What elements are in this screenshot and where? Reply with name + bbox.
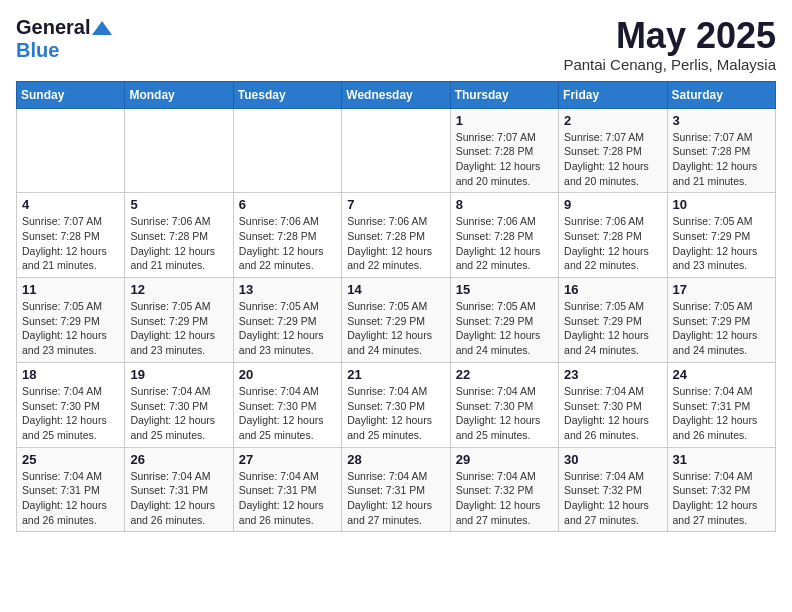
- calendar-cell: 28Sunrise: 7:04 AMSunset: 7:31 PMDayligh…: [342, 447, 450, 532]
- day-number: 16: [564, 282, 661, 297]
- day-info: Sunrise: 7:07 AMSunset: 7:28 PMDaylight:…: [564, 130, 661, 189]
- calendar-cell: 6Sunrise: 7:06 AMSunset: 7:28 PMDaylight…: [233, 193, 341, 278]
- calendar-cell: 3Sunrise: 7:07 AMSunset: 7:28 PMDaylight…: [667, 108, 775, 193]
- day-info: Sunrise: 7:06 AMSunset: 7:28 PMDaylight:…: [239, 214, 336, 273]
- day-number: 21: [347, 367, 444, 382]
- day-number: 15: [456, 282, 553, 297]
- day-number: 25: [22, 452, 119, 467]
- calendar-cell: [233, 108, 341, 193]
- day-header-sunday: Sunday: [17, 81, 125, 108]
- day-info: Sunrise: 7:04 AMSunset: 7:30 PMDaylight:…: [347, 384, 444, 443]
- day-number: 5: [130, 197, 227, 212]
- day-number: 3: [673, 113, 770, 128]
- calendar-cell: 4Sunrise: 7:07 AMSunset: 7:28 PMDaylight…: [17, 193, 125, 278]
- calendar-cell: 22Sunrise: 7:04 AMSunset: 7:30 PMDayligh…: [450, 362, 558, 447]
- day-header-tuesday: Tuesday: [233, 81, 341, 108]
- day-number: 31: [673, 452, 770, 467]
- day-number: 10: [673, 197, 770, 212]
- calendar-table: SundayMondayTuesdayWednesdayThursdayFrid…: [16, 81, 776, 533]
- week-row-1: 1Sunrise: 7:07 AMSunset: 7:28 PMDaylight…: [17, 108, 776, 193]
- month-year-title: May 2025: [563, 16, 776, 56]
- day-number: 28: [347, 452, 444, 467]
- calendar-cell: 23Sunrise: 7:04 AMSunset: 7:30 PMDayligh…: [559, 362, 667, 447]
- calendar-cell: 7Sunrise: 7:06 AMSunset: 7:28 PMDaylight…: [342, 193, 450, 278]
- day-header-thursday: Thursday: [450, 81, 558, 108]
- logo-blue: Blue: [16, 39, 59, 62]
- day-header-wednesday: Wednesday: [342, 81, 450, 108]
- day-number: 13: [239, 282, 336, 297]
- day-info: Sunrise: 7:04 AMSunset: 7:30 PMDaylight:…: [564, 384, 661, 443]
- day-number: 22: [456, 367, 553, 382]
- day-info: Sunrise: 7:04 AMSunset: 7:30 PMDaylight:…: [130, 384, 227, 443]
- day-info: Sunrise: 7:04 AMSunset: 7:31 PMDaylight:…: [22, 469, 119, 528]
- calendar-cell: 11Sunrise: 7:05 AMSunset: 7:29 PMDayligh…: [17, 278, 125, 363]
- svg-marker-0: [92, 21, 112, 35]
- day-info: Sunrise: 7:04 AMSunset: 7:32 PMDaylight:…: [456, 469, 553, 528]
- calendar-cell: 1Sunrise: 7:07 AMSunset: 7:28 PMDaylight…: [450, 108, 558, 193]
- day-number: 19: [130, 367, 227, 382]
- day-number: 14: [347, 282, 444, 297]
- calendar-cell: 17Sunrise: 7:05 AMSunset: 7:29 PMDayligh…: [667, 278, 775, 363]
- day-number: 26: [130, 452, 227, 467]
- calendar-cell: [125, 108, 233, 193]
- day-header-saturday: Saturday: [667, 81, 775, 108]
- week-row-4: 18Sunrise: 7:04 AMSunset: 7:30 PMDayligh…: [17, 362, 776, 447]
- calendar-cell: 13Sunrise: 7:05 AMSunset: 7:29 PMDayligh…: [233, 278, 341, 363]
- logo-general: General: [16, 16, 90, 39]
- day-number: 30: [564, 452, 661, 467]
- calendar-cell: 31Sunrise: 7:04 AMSunset: 7:32 PMDayligh…: [667, 447, 775, 532]
- day-info: Sunrise: 7:04 AMSunset: 7:30 PMDaylight:…: [22, 384, 119, 443]
- day-number: 23: [564, 367, 661, 382]
- day-info: Sunrise: 7:07 AMSunset: 7:28 PMDaylight:…: [22, 214, 119, 273]
- day-number: 17: [673, 282, 770, 297]
- day-info: Sunrise: 7:04 AMSunset: 7:31 PMDaylight:…: [673, 384, 770, 443]
- day-info: Sunrise: 7:04 AMSunset: 7:32 PMDaylight:…: [564, 469, 661, 528]
- calendar-cell: 24Sunrise: 7:04 AMSunset: 7:31 PMDayligh…: [667, 362, 775, 447]
- calendar-cell: 9Sunrise: 7:06 AMSunset: 7:28 PMDaylight…: [559, 193, 667, 278]
- day-number: 20: [239, 367, 336, 382]
- day-info: Sunrise: 7:05 AMSunset: 7:29 PMDaylight:…: [22, 299, 119, 358]
- day-number: 18: [22, 367, 119, 382]
- page-header: General Blue May 2025 Pantai Cenang, Per…: [16, 16, 776, 73]
- day-number: 6: [239, 197, 336, 212]
- calendar-cell: 26Sunrise: 7:04 AMSunset: 7:31 PMDayligh…: [125, 447, 233, 532]
- day-headers-row: SundayMondayTuesdayWednesdayThursdayFrid…: [17, 81, 776, 108]
- day-info: Sunrise: 7:07 AMSunset: 7:28 PMDaylight:…: [456, 130, 553, 189]
- day-number: 24: [673, 367, 770, 382]
- calendar-cell: 5Sunrise: 7:06 AMSunset: 7:28 PMDaylight…: [125, 193, 233, 278]
- calendar-cell: 16Sunrise: 7:05 AMSunset: 7:29 PMDayligh…: [559, 278, 667, 363]
- day-number: 1: [456, 113, 553, 128]
- day-number: 2: [564, 113, 661, 128]
- day-number: 7: [347, 197, 444, 212]
- calendar-cell: [17, 108, 125, 193]
- calendar-cell: [342, 108, 450, 193]
- day-number: 8: [456, 197, 553, 212]
- calendar-cell: 20Sunrise: 7:04 AMSunset: 7:30 PMDayligh…: [233, 362, 341, 447]
- week-row-5: 25Sunrise: 7:04 AMSunset: 7:31 PMDayligh…: [17, 447, 776, 532]
- day-info: Sunrise: 7:04 AMSunset: 7:31 PMDaylight:…: [347, 469, 444, 528]
- calendar-cell: 18Sunrise: 7:04 AMSunset: 7:30 PMDayligh…: [17, 362, 125, 447]
- day-number: 29: [456, 452, 553, 467]
- day-header-friday: Friday: [559, 81, 667, 108]
- day-info: Sunrise: 7:04 AMSunset: 7:30 PMDaylight:…: [456, 384, 553, 443]
- logo-icon: [92, 19, 112, 37]
- calendar-cell: 14Sunrise: 7:05 AMSunset: 7:29 PMDayligh…: [342, 278, 450, 363]
- calendar-cell: 8Sunrise: 7:06 AMSunset: 7:28 PMDaylight…: [450, 193, 558, 278]
- calendar-cell: 2Sunrise: 7:07 AMSunset: 7:28 PMDaylight…: [559, 108, 667, 193]
- day-number: 27: [239, 452, 336, 467]
- week-row-2: 4Sunrise: 7:07 AMSunset: 7:28 PMDaylight…: [17, 193, 776, 278]
- day-info: Sunrise: 7:06 AMSunset: 7:28 PMDaylight:…: [564, 214, 661, 273]
- day-info: Sunrise: 7:06 AMSunset: 7:28 PMDaylight:…: [130, 214, 227, 273]
- day-info: Sunrise: 7:04 AMSunset: 7:31 PMDaylight:…: [239, 469, 336, 528]
- location-subtitle: Pantai Cenang, Perlis, Malaysia: [563, 56, 776, 73]
- day-info: Sunrise: 7:05 AMSunset: 7:29 PMDaylight:…: [673, 214, 770, 273]
- calendar-cell: 21Sunrise: 7:04 AMSunset: 7:30 PMDayligh…: [342, 362, 450, 447]
- day-info: Sunrise: 7:05 AMSunset: 7:29 PMDaylight:…: [130, 299, 227, 358]
- title-area: May 2025 Pantai Cenang, Perlis, Malaysia: [563, 16, 776, 73]
- calendar-cell: 27Sunrise: 7:04 AMSunset: 7:31 PMDayligh…: [233, 447, 341, 532]
- day-header-monday: Monday: [125, 81, 233, 108]
- day-info: Sunrise: 7:06 AMSunset: 7:28 PMDaylight:…: [347, 214, 444, 273]
- calendar-cell: 12Sunrise: 7:05 AMSunset: 7:29 PMDayligh…: [125, 278, 233, 363]
- calendar-cell: 15Sunrise: 7:05 AMSunset: 7:29 PMDayligh…: [450, 278, 558, 363]
- day-info: Sunrise: 7:05 AMSunset: 7:29 PMDaylight:…: [456, 299, 553, 358]
